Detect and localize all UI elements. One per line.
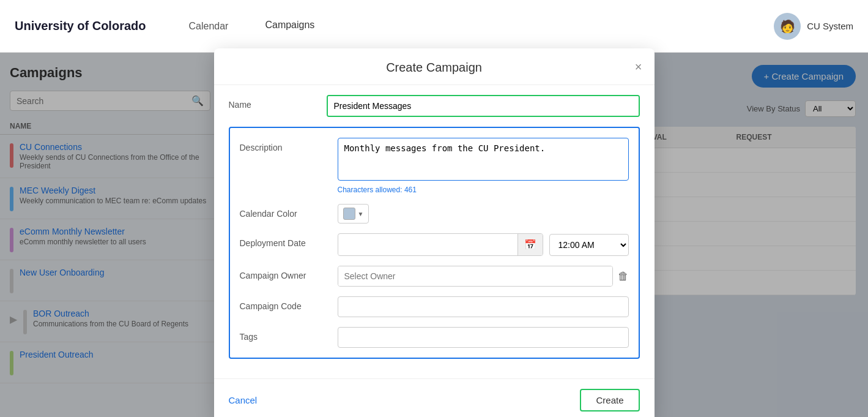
desc-label: Description (240, 138, 338, 152)
logo: University of Colorado (15, 19, 146, 33)
owner-field-group: Campaign Owner 🗑 (240, 266, 629, 287)
date-input-wrapper: 📅 (338, 233, 543, 256)
cancel-button[interactable]: Cancel (229, 395, 258, 405)
color-label: Calendar Color (240, 204, 338, 219)
owner-label: Campaign Owner (240, 266, 338, 280)
tags-field-group: Tags (240, 327, 629, 348)
name-label: Name (229, 95, 327, 110)
nav-calendar[interactable]: Calendar (182, 0, 234, 53)
modal-overlay: Create Campaign × Name Description (0, 53, 868, 417)
create-campaign-modal: Create Campaign × Name Description (214, 48, 655, 417)
owner-wrapper: 🗑 (338, 266, 629, 287)
modal-title: Create Campaign (386, 61, 482, 74)
header: University of Colorado Calendar Campaign… (0, 0, 868, 53)
chevron-down-icon: ▼ (358, 211, 364, 217)
date-input[interactable] (338, 235, 517, 255)
owner-input-wrapper (338, 266, 613, 287)
delete-owner-icon[interactable]: 🗑 (618, 270, 629, 283)
code-field-group: Campaign Code (240, 296, 629, 317)
nav-campaigns[interactable]: Campaigns (259, 0, 321, 53)
desc-field-group: Description Monthly messages from the CU… (240, 138, 629, 194)
code-input[interactable] (338, 296, 629, 317)
desc-wrapper: Monthly messages from the CU President. … (338, 138, 629, 194)
date-field-group: Deployment Date 📅 12:00 AM 12:30 AM 1:00… (240, 233, 629, 256)
blue-form-section: Description Monthly messages from the CU… (229, 127, 640, 359)
desc-input[interactable]: Monthly messages from the CU President. (338, 138, 629, 181)
time-select[interactable]: 12:00 AM 12:30 AM 1:00 AM (549, 234, 629, 256)
color-field-group: Calendar Color ▼ (240, 204, 629, 224)
avatar-icon: 🧑 (780, 19, 795, 34)
name-field-wrapper (327, 95, 640, 117)
user-info: 🧑 CU System (774, 13, 853, 40)
modal-body: Name Description Monthly messages from t… (214, 85, 655, 378)
calendar-icon-button[interactable]: 📅 (517, 234, 543, 255)
date-row: 📅 12:00 AM 12:30 AM 1:00 AM (338, 233, 629, 256)
name-field-group: Name (229, 95, 640, 117)
date-label: Deployment Date (240, 233, 338, 248)
code-label: Campaign Code (240, 296, 338, 311)
close-button[interactable]: × (635, 61, 642, 73)
tags-input[interactable] (338, 327, 629, 348)
modal-header: Create Campaign × (214, 48, 655, 85)
main-content: Campaigns 🔍 NAME CU Connections Weekly s… (0, 53, 868, 417)
create-button[interactable]: Create (580, 389, 639, 411)
desc-chars: Characters allowed: 461 (338, 186, 629, 194)
color-picker-button[interactable]: ▼ (338, 204, 369, 224)
tags-label: Tags (240, 327, 338, 342)
owner-input[interactable] (338, 266, 612, 286)
user-name: CU System (807, 21, 853, 31)
name-input[interactable] (328, 96, 639, 116)
avatar: 🧑 (774, 13, 801, 40)
color-swatch (343, 208, 355, 220)
modal-footer: Cancel Create (214, 378, 655, 417)
main-nav: Calendar Campaigns (182, 0, 774, 53)
